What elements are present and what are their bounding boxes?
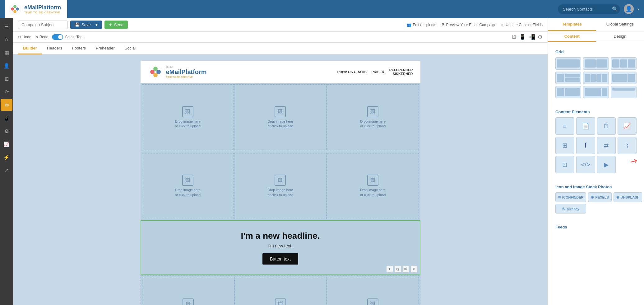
sidebar-item-grid[interactable]: ▦ — [1, 47, 12, 59]
element-video[interactable]: ▶ — [597, 156, 616, 173]
right-tab-global-settings[interactable]: Global Settings — [596, 18, 644, 31]
undo-button[interactable]: ↺ Undo — [18, 35, 31, 39]
image-cell-0[interactable]: 🖼 Drop image hereor click to upload — [142, 84, 234, 150]
mobile-view-icon[interactable]: 📲 — [528, 34, 535, 40]
redo-button[interactable]: ↻ Redo — [35, 35, 49, 39]
save-icon: 💾 — [75, 22, 80, 27]
service-iconfinder[interactable]: ⊞ ICONFINDER — [555, 192, 586, 202]
grid-col-narrow-o — [557, 88, 564, 96]
image-cell-5[interactable]: 🖼 Drop image hereor click to upload — [327, 153, 419, 219]
edit-recipients-action[interactable]: 👥 Edit recipients — [407, 23, 436, 27]
service-pexels[interactable]: ◉ PEXELS — [588, 192, 611, 202]
desktop-view-icon[interactable]: 🖥 — [511, 34, 517, 40]
preview-label: Preview Your Email Campaign — [446, 23, 496, 27]
tab-footers[interactable]: Footers — [67, 43, 91, 54]
email-nav-item-1[interactable]: PRISER — [372, 70, 384, 74]
email-logo-beta: BETA — [166, 65, 207, 68]
headline-text[interactable]: I'm a new headline. — [146, 231, 415, 241]
sidebar-item-users[interactable]: 👤 — [1, 60, 12, 72]
row-visibility-button[interactable]: 👁 — [402, 266, 409, 273]
headline-subtext[interactable]: I'm new text. — [146, 243, 415, 248]
image-cell-2[interactable]: 🖼 Drop image hereor click to upload — [327, 84, 419, 150]
search-box-container: 🔍 — [558, 4, 620, 14]
grid-option-3col-nested[interactable] — [555, 72, 581, 84]
sidebar-item-home[interactable]: ⌂ — [1, 34, 12, 45]
row-copy-button[interactable]: ⧉ — [394, 266, 401, 273]
sidebar-item-segments[interactable]: ⊞ — [1, 73, 12, 85]
email-logo-title: eMailPlatform — [166, 68, 207, 76]
select-tool-toggle[interactable] — [52, 34, 63, 40]
save-caret[interactable]: ▾ — [93, 22, 98, 27]
nav-chevron-icon[interactable]: ▾ — [637, 7, 639, 11]
grid-option-full-wide[interactable] — [583, 86, 609, 98]
tab-headers[interactable]: Headers — [42, 43, 67, 54]
element-divider[interactable]: ⌇ — [618, 137, 637, 154]
send-button[interactable]: ✈ Send — [104, 21, 128, 29]
element-facebook[interactable]: f — [576, 137, 595, 154]
sidebar-item-analytics[interactable]: 📈 — [1, 138, 12, 150]
image-cell-text-3: Drop image hereor click to upload — [175, 188, 201, 197]
image-cell-6[interactable]: 🖼 Drop image hereor click to upload — [142, 277, 234, 305]
image-cell-8[interactable]: 🖼 Drop image hereor click to upload — [327, 277, 419, 305]
image-grid-3: 🖼 Drop image hereor click to upload 🖼 Dr… — [142, 277, 419, 305]
grid-option-banner[interactable] — [611, 86, 637, 98]
service-unsplash[interactable]: ◉ UNSPLASH — [614, 192, 642, 202]
update-fields-action[interactable]: ⊞ Update Contact Fields — [501, 23, 543, 27]
sidebar-item-campaigns[interactable]: ✉ — [1, 99, 12, 111]
element-image-block[interactable]: ⊡ — [555, 156, 574, 173]
content-elements-grid: ≡ 📄 🗒 📈 ⊞ f ⇄ ⌇ ⊡ </> ▶ — [555, 117, 637, 173]
element-text-image[interactable]: 📄 — [576, 117, 595, 135]
element-chart[interactable]: 📈 — [618, 117, 637, 135]
grid-option-2col[interactable] — [583, 57, 609, 70]
preview-action[interactable]: 🖹 Preview Your Email Campaign — [441, 23, 496, 27]
email-nav-item-0[interactable]: PRØV OS GRATIS — [337, 70, 367, 74]
grid-col-wide-m — [612, 74, 627, 82]
sidebar-item-flows[interactable]: ⟳ — [1, 86, 12, 98]
sidebar-item-settings[interactable]: ⚙ — [1, 125, 12, 137]
preview-icon: 🖹 — [441, 23, 445, 27]
element-share[interactable]: ⇄ — [597, 137, 616, 154]
element-text[interactable]: ≡ — [555, 117, 574, 135]
email-nav-item-2[interactable]: REFERENCERSIKKERHED — [389, 68, 413, 76]
element-image-text[interactable]: 🗒 — [597, 117, 616, 135]
right-tab-templates[interactable]: Templates — [548, 18, 596, 31]
search-input[interactable] — [563, 7, 609, 12]
iconfinder-label: ICONFINDER — [562, 195, 583, 199]
image-cell-7[interactable]: 🖼 Drop image hereor click to upload — [234, 277, 327, 305]
content-tab-design[interactable]: Design — [596, 31, 644, 42]
image-cell-text-1: Drop image hereor click to upload — [267, 119, 293, 129]
sidebar-item-integrations[interactable]: ⚡ — [1, 151, 12, 163]
image-placeholder-icon-3: 🖼 — [182, 175, 193, 186]
content-tab-content[interactable]: Content — [548, 31, 596, 42]
image-cell-4[interactable]: 🖼 Drop image hereor click to upload — [234, 153, 327, 219]
tab-builder[interactable]: Builder — [18, 43, 42, 54]
image-cell-3[interactable]: 🖼 Drop image hereor click to upload — [142, 153, 234, 219]
avatar[interactable]: 👤 — [624, 4, 634, 14]
campaign-subject-input[interactable] — [18, 21, 68, 29]
sidebar-item-menu[interactable]: ☰ — [1, 21, 12, 32]
update-fields-label: Update Contact Fields — [506, 23, 543, 27]
row-delete-button[interactable]: ▾ — [410, 266, 417, 273]
settings-view-icon[interactable]: ⚙ — [538, 34, 543, 40]
headline-button[interactable]: Button text — [262, 253, 298, 265]
svg-point-6 — [150, 70, 155, 74]
grid-col-b — [596, 59, 608, 68]
image-cell-1[interactable]: 🖼 Drop image hereor click to upload — [234, 84, 327, 150]
save-button[interactable]: 💾 Save ▾ — [70, 21, 102, 29]
service-pixabay[interactable]: ◎ pixabay — [555, 204, 586, 214]
element-code[interactable]: </> — [576, 156, 595, 173]
sidebar-item-other[interactable]: ↗ — [1, 164, 12, 176]
element-table[interactable]: ⊞ — [555, 137, 574, 154]
image-placeholder-icon-5: 🖼 — [367, 175, 378, 186]
grid-option-4col[interactable] — [583, 72, 609, 84]
row-add-button[interactable]: + — [386, 266, 393, 273]
tab-preheader[interactable]: Preheader — [91, 43, 120, 54]
grid-option-1col[interactable] — [555, 57, 581, 70]
sidebar-item-mobile[interactable]: 📱 — [1, 112, 12, 124]
tablet-view-icon[interactable]: 📱 — [519, 34, 526, 40]
grid-option-wide-right[interactable] — [555, 86, 581, 98]
tab-social[interactable]: Social — [120, 43, 141, 54]
edit-recipients-label: Edit recipients — [413, 23, 436, 27]
grid-option-3col[interactable] — [611, 57, 637, 70]
grid-option-wide-left[interactable] — [611, 72, 637, 84]
